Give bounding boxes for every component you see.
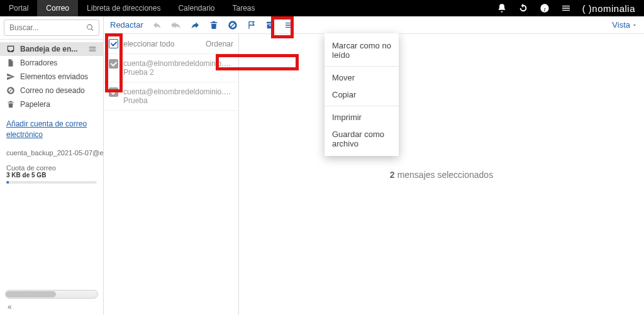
- folder-drafts[interactable]: Borradores: [0, 56, 103, 70]
- quota-text: 3 KB de 5 GB: [6, 172, 97, 179]
- list-header: eleccionar todo Ordenar: [104, 34, 238, 54]
- dd-copy[interactable]: Copiar: [325, 86, 399, 103]
- selection-text: mensajes seleccionados: [397, 170, 494, 180]
- toolbar: Redactar Vista Marcar como no leído Move…: [104, 16, 644, 34]
- sidebar: Bandeja de en... Borradores Elementos en…: [0, 16, 104, 315]
- quota-bar: [6, 181, 97, 184]
- folder-inbox[interactable]: Bandeja de en...: [0, 42, 103, 56]
- delete-icon[interactable]: [209, 20, 219, 30]
- message-item[interactable]: cuenta@elnombredeldominio.com Prueba 2: [104, 54, 238, 82]
- account-name[interactable]: cuenta_backup_2021-05-07@elnom: [0, 145, 103, 160]
- message-checkbox[interactable]: [109, 87, 118, 97]
- search-wrap: [0, 16, 103, 40]
- tab-portal[interactable]: Portal: [0, 0, 37, 16]
- tab-libreta[interactable]: Libreta de direcciones: [78, 0, 169, 16]
- archive-icon[interactable]: [265, 20, 275, 30]
- reply-all-icon[interactable]: [171, 20, 181, 30]
- topbar: Portal Correo Libreta de direcciones Cal…: [0, 0, 644, 16]
- quota-title: Cuota de correo: [6, 164, 97, 172]
- reply-icon[interactable]: [152, 20, 162, 30]
- more-dropdown: Marcar como no leído Mover Copiar Imprim…: [325, 33, 399, 156]
- inbox-icon: [6, 45, 15, 53]
- preview-pane: 2mensajes seleccionados: [239, 34, 644, 315]
- folder-label: Borradores: [20, 58, 97, 67]
- bell-icon[interactable]: [497, 3, 507, 13]
- folder-label: Elementos enviados: [20, 72, 97, 81]
- select-all-label: eleccionar todo: [123, 40, 174, 48]
- compose-button[interactable]: Redactar: [110, 20, 143, 30]
- message-subject: Prueba: [123, 96, 233, 105]
- tab-correo[interactable]: Correo: [37, 0, 78, 16]
- flag-icon[interactable]: [247, 20, 257, 30]
- message-checkbox[interactable]: [109, 59, 118, 69]
- folder-list: Bandeja de en... Borradores Elementos en…: [0, 40, 103, 114]
- add-account-link[interactable]: Añadir cuenta de correo electrónico: [0, 114, 103, 145]
- message-from: cuenta@elnombredeldominio.com: [123, 87, 233, 96]
- refresh-icon[interactable]: [518, 3, 528, 13]
- select-all-checkbox[interactable]: [109, 39, 118, 48]
- folder-trash[interactable]: Papelera: [0, 97, 103, 111]
- view-button[interactable]: Vista: [612, 20, 638, 30]
- search-icon[interactable]: [86, 24, 94, 32]
- folder-sent[interactable]: Elementos enviados: [0, 70, 103, 84]
- hamburger-icon[interactable]: [88, 45, 97, 53]
- quota-block: Cuota de correo 3 KB de 5 GB: [0, 160, 103, 184]
- brand-logo: ( )nominalia: [582, 3, 635, 14]
- message-from: cuenta@elnombredeldominio.com: [123, 59, 233, 68]
- message-subject: Prueba 2: [123, 68, 233, 77]
- search-input[interactable]: [4, 19, 99, 36]
- selection-count: 2: [390, 170, 395, 180]
- topbar-actions: ( )nominalia: [497, 0, 644, 16]
- forward-icon[interactable]: [190, 20, 200, 30]
- menu-icon[interactable]: [561, 3, 571, 13]
- workarea: Redactar Vista Marcar como no leído Move…: [104, 16, 644, 315]
- collapse-sidebar-icon[interactable]: «: [5, 302, 98, 311]
- folder-label: Papelera: [20, 100, 97, 109]
- folder-label: Bandeja de en...: [20, 45, 83, 53]
- sidebar-scrollbar[interactable]: [5, 290, 98, 299]
- ban-icon: [6, 86, 15, 95]
- send-icon: [6, 72, 15, 81]
- file-icon: [6, 58, 15, 67]
- folder-spam[interactable]: Correo no deseado: [0, 84, 103, 97]
- message-list: eleccionar todo Ordenar cuenta@elnombred…: [104, 34, 239, 315]
- more-menu-icon[interactable]: [284, 20, 294, 30]
- help-icon[interactable]: [540, 3, 550, 13]
- dd-move[interactable]: Mover: [325, 69, 399, 86]
- tab-tareas[interactable]: Tareas: [224, 0, 264, 16]
- dd-mark-unread[interactable]: Marcar como no leído: [325, 37, 399, 64]
- folder-label: Correo no deseado: [20, 86, 97, 95]
- tab-calendario[interactable]: Calendario: [169, 0, 223, 16]
- dd-print[interactable]: Imprimir: [325, 109, 399, 126]
- chevron-down-icon: [631, 22, 638, 28]
- sort-button[interactable]: Ordenar: [206, 40, 233, 48]
- dd-save-file[interactable]: Guardar como archivo: [325, 126, 399, 152]
- trash-icon: [6, 100, 15, 109]
- topbar-tabs: Portal Correo Libreta de direcciones Cal…: [0, 0, 264, 16]
- spam-icon[interactable]: [228, 20, 238, 30]
- message-item[interactable]: cuenta@elnombredeldominio.com Prueba: [104, 82, 238, 111]
